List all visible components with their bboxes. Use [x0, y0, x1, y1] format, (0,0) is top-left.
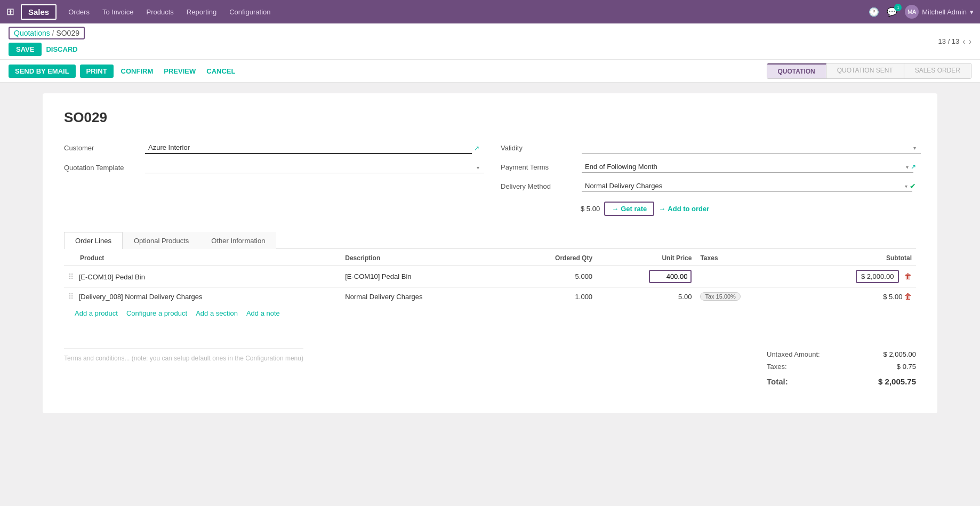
payment-terms-select-wrap: End of Following Month ▾ ↗	[582, 161, 916, 173]
quotation-template-label: Quotation Template	[64, 164, 139, 172]
app-label[interactable]: Sales	[21, 4, 57, 20]
top-navigation: ⊞ Sales Orders To Invoice Products Repor…	[0, 0, 980, 23]
customer-input[interactable]	[145, 142, 472, 154]
table-row: ⠿ [E-COM10] Pedal Bin [E-COM10] Pedal Bi…	[64, 266, 916, 288]
main-content: SO029 Customer ↗ Quotation Template	[0, 83, 980, 424]
user-menu[interactable]: MA Mitchell Admin ▾	[905, 5, 974, 19]
grid-icon[interactable]: ⊞	[6, 6, 14, 18]
quotation-template-select-wrap: ▾	[145, 162, 479, 173]
clock-icon[interactable]: 🕐	[869, 7, 879, 17]
topnav-right: 🕐 💬 1 MA Mitchell Admin ▾	[869, 5, 974, 19]
totals-table: Untaxed Amount: $ 2,005.00 Taxes: $ 0.75…	[767, 348, 916, 388]
add-note-link[interactable]: Add a note	[246, 309, 280, 317]
toolbar-buttons: SAVE DISCARD	[9, 43, 85, 56]
total-value: $ 2,005.75	[878, 377, 916, 386]
row1-subtotal-value: $ 2,000.00	[856, 270, 899, 283]
row2-product: ⠿ [Delivery_008] Normal Delivery Charges	[64, 288, 341, 306]
quotation-template-field: Quotation Template ▾	[64, 162, 479, 173]
add-to-order-button[interactable]: → Add to order	[658, 205, 709, 213]
row2-taxes: Tax 15.00%	[696, 288, 791, 306]
validity-field: Validity ▾	[501, 142, 916, 154]
print-button[interactable]: PRINT	[80, 65, 114, 78]
nav-to-invoice[interactable]: To Invoice	[101, 6, 135, 18]
untaxed-row: Untaxed Amount: $ 2,005.00	[767, 348, 916, 360]
chat-badge: 1	[894, 4, 902, 11]
payment-terms-select[interactable]: End of Following Month	[582, 161, 913, 173]
preview-button[interactable]: PREVIEW	[160, 65, 199, 78]
pager-prev[interactable]: ‹	[962, 37, 965, 46]
total-label: Total:	[767, 377, 788, 386]
configure-product-link[interactable]: Configure a product	[126, 309, 187, 317]
nav-menu: Orders To Invoice Products Reporting Con…	[67, 6, 864, 18]
action-bar: SEND BY EMAIL PRINT CONFIRM PREVIEW CANC…	[0, 60, 980, 83]
customer-external-link[interactable]: ↗	[474, 144, 479, 152]
table-row: ⠿ [Delivery_008] Normal Delivery Charges…	[64, 288, 916, 306]
drag-handle-1[interactable]: ⠿	[68, 272, 74, 281]
delivery-amount: $ 5.00	[581, 205, 600, 213]
add-links: Add a product Configure a product Add a …	[64, 305, 916, 322]
nav-orders[interactable]: Orders	[67, 6, 91, 18]
save-button[interactable]: SAVE	[9, 43, 42, 56]
row2-delete-icon[interactable]: 🗑	[904, 292, 912, 301]
validity-select[interactable]	[582, 142, 921, 154]
row1-product: ⠿ [E-COM10] Pedal Bin	[64, 266, 341, 288]
form-fields: Customer ↗ Quotation Template ▾	[64, 142, 916, 216]
pager: 13 / 13 ‹ ›	[938, 37, 971, 46]
quotation-template-select[interactable]	[145, 162, 484, 173]
drag-handle-2[interactable]: ⠿	[68, 292, 74, 301]
col-product: Product	[64, 249, 341, 266]
tab-other-information[interactable]: Other Information	[200, 232, 276, 249]
bottom-section: Terms and conditions... (note: you can s…	[64, 338, 916, 388]
tab-optional-products[interactable]: Optional Products	[123, 232, 200, 249]
breadcrumb-parent[interactable]: Quotations	[14, 29, 50, 37]
cancel-button[interactable]: CANCEL	[203, 65, 238, 78]
terms-text[interactable]: Terms and conditions... (note: you can s…	[64, 354, 303, 363]
breadcrumb-wrapper: Quotations / SO029	[9, 27, 85, 39]
validity-select-wrap: ▾	[582, 142, 916, 154]
status-quotation-sent[interactable]: QUOTATION SENT	[826, 63, 904, 78]
nav-products[interactable]: Products	[145, 6, 174, 18]
discard-button[interactable]: DISCARD	[46, 45, 77, 53]
row2-description: Normal Delivery Charges	[341, 288, 508, 306]
user-name: Mitchell Admin	[922, 8, 967, 16]
nav-reporting[interactable]: Reporting	[186, 6, 218, 18]
row1-unit-price-input[interactable]: 400.00	[649, 270, 692, 283]
col-taxes: Taxes	[696, 249, 791, 266]
taxes-label: Taxes:	[767, 363, 787, 371]
col-unit-price: Unit Price	[597, 249, 696, 266]
order-lines-table: Product Description Ordered Qty Unit Pri…	[64, 249, 916, 305]
delivery-rate-row: $ 5.00 → Get rate → Add to order	[501, 202, 916, 216]
row1-unit-price[interactable]: 400.00	[597, 266, 696, 288]
col-description: Description	[341, 249, 508, 266]
get-rate-button[interactable]: → Get rate	[604, 202, 654, 216]
nav-configuration[interactable]: Configuration	[228, 6, 271, 18]
tab-order-lines[interactable]: Order Lines	[64, 232, 123, 249]
payment-terms-external-link[interactable]: ↗	[911, 163, 916, 171]
terms-conditions: Terms and conditions... (note: you can s…	[64, 348, 303, 368]
customer-label: Customer	[64, 144, 139, 152]
add-section-link[interactable]: Add a section	[196, 309, 238, 317]
payment-terms-field: Payment Terms End of Following Month ▾ ↗	[501, 161, 916, 173]
add-product-link[interactable]: Add a product	[75, 309, 118, 317]
row2-unit-price: 5.00	[597, 288, 696, 306]
document-card: SO029 Customer ↗ Quotation Template	[43, 93, 937, 413]
delivery-method-select[interactable]: Normal Delivery Charges	[582, 180, 912, 192]
row1-delete-icon[interactable]: 🗑	[904, 272, 912, 280]
totals-section: Untaxed Amount: $ 2,005.00 Taxes: $ 0.75…	[767, 348, 916, 388]
breadcrumb-current: SO029	[56, 29, 79, 37]
confirm-button[interactable]: CONFIRM	[118, 65, 157, 78]
row2-qty: 1.000	[508, 288, 597, 306]
get-rate-label: Get rate	[621, 205, 647, 213]
avatar: MA	[905, 5, 919, 19]
untaxed-label: Untaxed Amount:	[767, 350, 820, 358]
chat-notifications[interactable]: 💬 1	[887, 7, 897, 17]
user-dropdown-icon: ▾	[970, 8, 974, 16]
get-rate-arrow: →	[612, 205, 618, 213]
pager-next[interactable]: ›	[969, 37, 971, 46]
breadcrumb-bar: Quotations / SO029 SAVE DISCARD 13 / 13 …	[0, 23, 980, 60]
send-by-email-button[interactable]: SEND BY EMAIL	[9, 65, 76, 78]
row1-qty: 5.000	[508, 266, 597, 288]
row1-taxes	[696, 266, 791, 288]
status-sales-order[interactable]: SALES ORDER	[904, 63, 971, 78]
status-quotation[interactable]: QUOTATION	[767, 63, 826, 78]
